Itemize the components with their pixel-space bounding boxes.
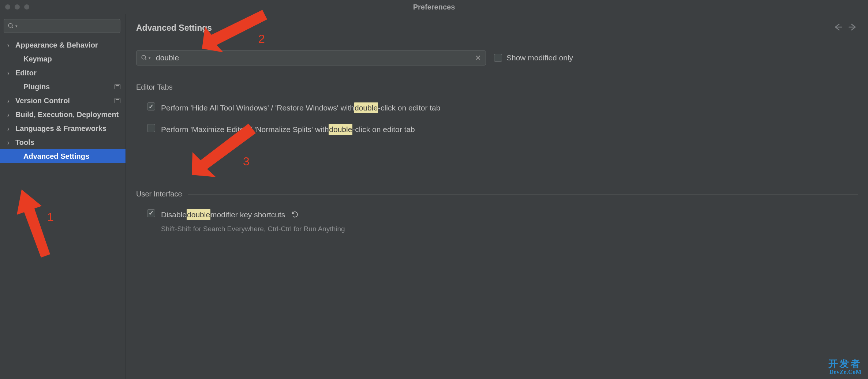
project-scope-icon <box>115 84 120 89</box>
option-label: Perform 'Maximize Editor' / 'Normalize S… <box>161 124 415 135</box>
settings-section: User InterfaceDisable double modifier ke… <box>126 190 868 233</box>
window-title: Preferences <box>0 3 868 11</box>
sidebar-item-tools[interactable]: ›Tools <box>0 135 126 149</box>
section-title: Editor Tabs <box>136 83 173 91</box>
chevron-down-icon: ▾ <box>149 56 151 60</box>
filter-text-field[interactable] <box>156 53 475 62</box>
settings-option[interactable]: Perform 'Maximize Editor' / 'Normalize S… <box>136 124 858 135</box>
sidebar-tree: ›Appearance & BehaviorKeymap›EditorPlugi… <box>0 38 126 163</box>
watermark: 开发者 DevZe.CoM <box>828 357 861 375</box>
chevron-right-icon: › <box>7 41 15 49</box>
section-title: User Interface <box>136 190 182 198</box>
option-hint: Shift-Shift for Search Everywhere, Ctrl-… <box>161 225 345 233</box>
chevron-right-icon: › <box>7 97 15 105</box>
sidebar-item-label: Plugins <box>23 83 115 91</box>
sidebar-item-version-control[interactable]: ›Version Control <box>0 94 126 108</box>
annotation-number-2: 2 <box>258 32 265 46</box>
settings-section: Editor TabsPerform 'Hide All Tool Window… <box>126 83 868 135</box>
sidebar-item-plugins[interactable]: Plugins <box>0 80 126 94</box>
project-scope-icon <box>115 98 120 103</box>
annotation-number-3: 3 <box>243 155 250 168</box>
option-label: Perform 'Hide All Tool Windows' / 'Resto… <box>161 102 440 113</box>
search-highlight: double <box>187 209 210 220</box>
sidebar-item-languages-frameworks[interactable]: ›Languages & Frameworks <box>0 121 126 135</box>
sidebar: ▾ ›Appearance & BehaviorKeymap›EditorPlu… <box>0 14 126 379</box>
settings-filter-input[interactable]: ▾ ✕ <box>136 50 486 65</box>
sidebar-item-label: Tools <box>15 138 120 147</box>
main-panel: Advanced Settings ▾ ✕ Show modified only <box>126 14 868 379</box>
page-title: Advanced Settings <box>136 23 212 33</box>
chevron-right-icon: › <box>7 69 15 77</box>
sidebar-item-label: Appearance & Behavior <box>15 41 120 49</box>
chevron-right-icon: › <box>7 124 15 132</box>
sidebar-item-label: Editor <box>15 69 120 77</box>
annotation-number-1: 1 <box>47 210 54 224</box>
nav-back-button[interactable] <box>834 23 842 33</box>
search-highlight: double <box>354 102 378 113</box>
sidebar-item-label: Languages & Frameworks <box>15 124 120 133</box>
sidebar-item-editor[interactable]: ›Editor <box>0 66 126 80</box>
sidebar-item-build-execution-deployment[interactable]: ›Build, Execution, Deployment <box>0 108 126 121</box>
sidebar-item-appearance-behavior[interactable]: ›Appearance & Behavior <box>0 38 126 52</box>
chevron-down-icon: ▾ <box>15 24 18 29</box>
svg-line-1 <box>12 27 13 28</box>
option-label: Disable double modifier key shortcuts <box>161 209 345 220</box>
settings-option[interactable]: Disable double modifier key shortcutsShi… <box>136 209 858 233</box>
sidebar-search-input[interactable]: ▾ <box>4 19 120 33</box>
show-modified-only-label: Show modified only <box>506 53 573 62</box>
option-checkbox[interactable] <box>147 209 155 217</box>
search-icon <box>141 55 147 61</box>
show-modified-only-checkbox[interactable]: Show modified only <box>494 53 573 62</box>
sidebar-item-label: Advanced Settings <box>23 152 120 161</box>
search-highlight: double <box>329 124 352 135</box>
svg-point-0 <box>8 23 12 27</box>
svg-line-5 <box>145 59 146 60</box>
chevron-right-icon: › <box>7 138 15 146</box>
clear-filter-button[interactable]: ✕ <box>475 53 481 62</box>
chevron-right-icon: › <box>7 110 15 119</box>
sidebar-item-advanced-settings[interactable]: Advanced Settings <box>0 149 126 163</box>
sidebar-item-keymap[interactable]: Keymap <box>0 52 126 66</box>
settings-option[interactable]: Perform 'Hide All Tool Windows' / 'Resto… <box>136 102 858 113</box>
sidebar-item-label: Keymap <box>23 55 120 63</box>
titlebar: Preferences <box>0 0 868 14</box>
reset-icon[interactable] <box>291 210 299 218</box>
search-icon <box>8 23 14 29</box>
svg-point-4 <box>142 55 146 59</box>
sidebar-item-label: Version Control <box>15 97 115 105</box>
nav-forward-button[interactable] <box>848 23 857 33</box>
sidebar-item-label: Build, Execution, Deployment <box>15 110 120 119</box>
option-checkbox[interactable] <box>147 102 155 110</box>
option-checkbox[interactable] <box>147 124 155 132</box>
